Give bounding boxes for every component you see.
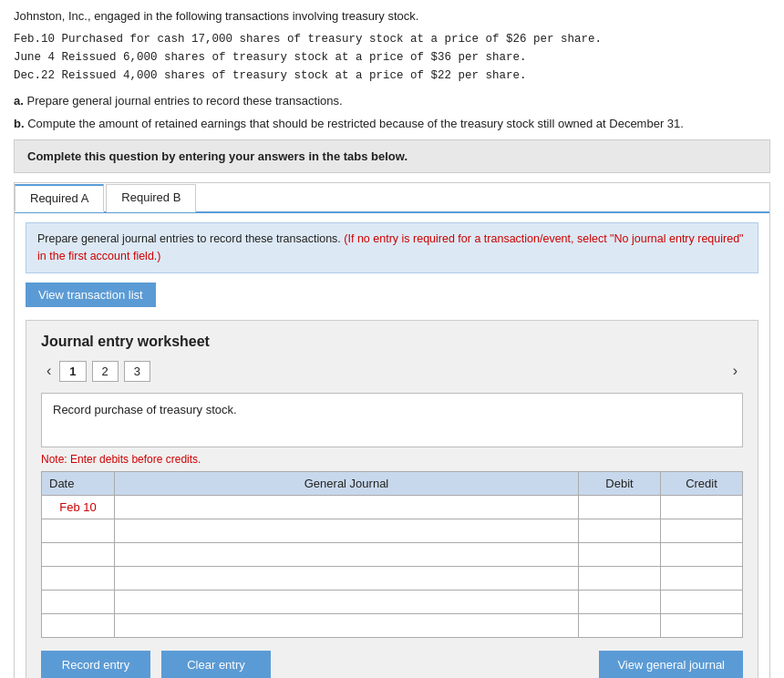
part-b-text: Compute the amount of retained earnings …: [27, 117, 684, 130]
page-2-button[interactable]: 2: [92, 361, 119, 382]
table-row-debit-0[interactable]: [579, 495, 661, 519]
table-row-journal-2[interactable]: [115, 542, 579, 566]
table-row-journal-3[interactable]: [115, 566, 579, 590]
table-row-credit-2[interactable]: [661, 542, 743, 566]
tab-required-a[interactable]: Required A: [15, 184, 104, 212]
next-page-button[interactable]: ›: [727, 361, 743, 381]
table-row-credit-4[interactable]: [661, 590, 743, 613]
table-row-date-0: Feb 10: [42, 495, 115, 519]
table-row-date-4: [42, 590, 115, 613]
view-transaction-button[interactable]: View transaction list: [26, 282, 156, 307]
debit-input-1[interactable]: [579, 519, 660, 542]
credit-input-5[interactable]: [661, 614, 742, 637]
table-row-date-5: [42, 613, 115, 637]
journal-input-1[interactable]: [115, 519, 578, 542]
table-row-credit-5[interactable]: [661, 613, 743, 637]
transaction-3: Dec.22 Reissued 4,000 shares of treasury…: [14, 67, 770, 85]
journal-input-2[interactable]: [115, 543, 578, 566]
credit-input-4[interactable]: [661, 591, 742, 613]
tab-content: Prepare general journal entries to recor…: [15, 213, 769, 678]
col-general-journal: General Journal: [115, 471, 579, 495]
info-box: Prepare general journal entries to recor…: [26, 222, 758, 273]
table-row-journal-0[interactable]: [115, 495, 579, 519]
table-row-credit-0[interactable]: [661, 495, 743, 519]
table-row-debit-3[interactable]: [579, 566, 661, 590]
prev-page-button[interactable]: ‹: [41, 361, 57, 381]
debit-input-0[interactable]: [579, 496, 660, 519]
debit-input-3[interactable]: [579, 567, 660, 590]
col-credit: Credit: [661, 471, 743, 495]
intro-line1: Johnston, Inc., engaged in the following…: [14, 9, 770, 23]
col-date: Date: [42, 471, 115, 495]
journal-table: Date General Journal Debit Credit Feb 10: [41, 471, 743, 638]
table-row-credit-1[interactable]: [661, 519, 743, 542]
table-row-date-1: [42, 519, 115, 542]
note-text: Note: Enter debits before credits.: [41, 453, 743, 466]
debit-input-5[interactable]: [579, 614, 660, 637]
debit-input-4[interactable]: [579, 591, 660, 613]
record-entry-button[interactable]: Record entry: [41, 651, 150, 679]
transaction-2: June 4 Reissued 6,000 shares of treasury…: [14, 48, 770, 67]
view-general-journal-button[interactable]: View general journal: [599, 651, 743, 679]
table-row-credit-3[interactable]: [661, 566, 743, 590]
journal-input-0[interactable]: [115, 496, 578, 519]
table-row-journal-4[interactable]: [115, 590, 579, 613]
credit-input-2[interactable]: [661, 543, 742, 566]
col-debit: Debit: [579, 471, 661, 495]
transaction-1: Feb.10 Purchased for cash 17,000 shares …: [14, 30, 770, 48]
tabs-container: Required A Required B Prepare general jo…: [14, 182, 770, 678]
table-row-journal-5[interactable]: [115, 613, 579, 637]
table-row-debit-2[interactable]: [579, 542, 661, 566]
credit-input-1[interactable]: [661, 519, 742, 542]
bottom-buttons: Record entry Clear entry View general jo…: [41, 651, 743, 679]
journal-input-3[interactable]: [115, 567, 578, 590]
part-a: a. Prepare general journal entries to re…: [14, 94, 770, 108]
part-a-text: Prepare general journal entries to recor…: [26, 94, 342, 108]
worksheet-container: Journal entry worksheet ‹ 1 2 3 › Record…: [26, 320, 758, 679]
table-row-debit-4[interactable]: [579, 590, 661, 613]
journal-input-4[interactable]: [115, 591, 578, 613]
credit-input-3[interactable]: [661, 567, 742, 590]
info-text-before: Prepare general journal entries to recor…: [37, 232, 341, 245]
part-a-label: a.: [14, 94, 24, 108]
tab-required-b[interactable]: Required B: [106, 184, 196, 212]
table-row-date-2: [42, 542, 115, 566]
table-row-debit-5[interactable]: [579, 613, 661, 637]
table-row-journal-1[interactable]: [115, 519, 579, 542]
part-b-label: b.: [14, 117, 25, 130]
page-3-button[interactable]: 3: [124, 361, 150, 382]
journal-input-5[interactable]: [115, 614, 578, 637]
page-1-button[interactable]: 1: [59, 361, 86, 382]
complete-box: Complete this question by entering your …: [14, 139, 770, 173]
pagination: ‹ 1 2 3 ›: [41, 361, 743, 382]
table-row-date-3: [42, 566, 115, 590]
table-row-debit-1[interactable]: [579, 519, 661, 542]
credit-input-0[interactable]: [661, 496, 742, 519]
tab-bar: Required A Required B: [15, 183, 769, 213]
transaction-description: Record purchase of treasury stock.: [41, 393, 743, 447]
worksheet-title: Journal entry worksheet: [41, 334, 743, 350]
debit-input-2[interactable]: [579, 543, 660, 566]
part-b: b. Compute the amount of retained earnin…: [14, 117, 770, 130]
clear-entry-button[interactable]: Clear entry: [161, 651, 271, 679]
